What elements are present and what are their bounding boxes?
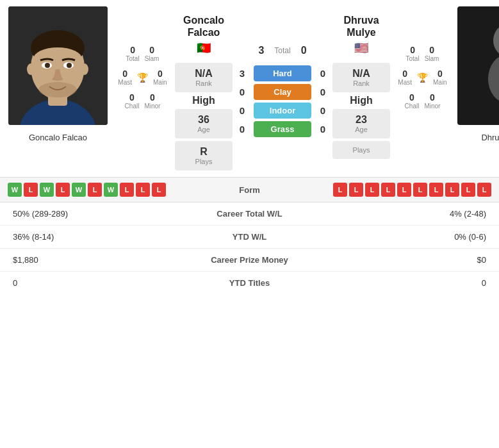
left-form-badge-7: L [120,183,134,197]
left-plays-label: Plays [179,158,229,165]
left-player-svg [8,6,108,125]
career-stats-center-2: Career Prize Money [199,255,301,265]
right-player-silhouette [457,6,499,125]
career-stats-row-0: 50% (289-289)Career Total W/L4% (2-48) [0,203,499,226]
left-chall-stat: 0 Chall [125,92,140,110]
right-player-photo-col: Dhruva Mulye [454,6,499,170]
right-rank-label: Rank [336,79,386,87]
center-col-inner: 3 Total 0 3 Hard 0 0 Clay 0 [236,6,329,137]
right-player-svg [482,24,500,108]
right-slam-label: Slam [425,55,439,62]
svg-point-10 [67,63,72,68]
left-form-badge-3: L [56,183,70,197]
career-stats-left-2: $1,880 [13,255,199,265]
right-mast-label: Mast [398,79,412,86]
left-player-flag: 🇵🇹 [197,41,211,55]
left-main-value: 0 [158,69,163,79]
right-info-col: Dhruva Mulye 🇺🇸 N/A Rank High 23 Age Pla… [329,6,393,170]
main-container: Goncalo Falcao 0 Total 0 Slam 0 Mast 🏆 [0,0,499,294]
right-mast-value: 0 [402,69,407,79]
svg-point-9 [45,63,50,68]
svg-point-14 [493,24,500,56]
career-stats-right-2: $0 [301,255,487,265]
career-stats-row-2: $1,880Career Prize Money$0 [0,249,499,272]
top-section: Goncalo Falcao 0 Total 0 Slam 0 Mast 🏆 [0,0,499,177]
right-form-badge-6: L [429,183,443,197]
left-player-photo-col: Goncalo Falcao [5,6,111,170]
left-mast-label: Mast [118,79,132,86]
total-score-row: 3 Total 0 [258,45,306,56]
left-total-slam-row: 0 Total 0 Slam [113,45,172,62]
form-label: Form [224,185,275,195]
hard-left-score: 3 [236,68,249,79]
total-right-score: 0 [301,45,307,56]
left-total-label: Total [126,55,140,62]
left-rank-value: N/A [179,68,229,79]
left-main-label: Main [153,79,167,86]
right-chall-value: 0 [409,92,414,103]
svg-point-12 [27,63,35,75]
left-mast-value: 0 [122,69,127,79]
right-total-value: 0 [410,45,415,55]
grass-left-score: 0 [236,124,249,135]
left-form-badge-6: W [104,183,118,197]
career-stats-right-0: 4% (2-48) [301,209,487,219]
right-slam-stat: 0 Slam [425,45,439,62]
grass-row: 0 Grass 0 [236,121,329,137]
svg-point-11 [38,82,77,97]
right-plays-box: Plays [332,141,390,159]
left-minor-label: Minor [144,103,160,110]
right-main-label: Main [433,79,447,86]
right-chall-label: Chall [405,103,420,110]
right-total-stat: 0 Total [406,45,420,62]
left-form-badge-2: W [40,183,54,197]
left-total-value: 0 [130,45,135,55]
right-main-value: 0 [438,69,443,79]
left-minor-stat: 0 Minor [144,92,160,110]
career-stats-row-3: 0YTD Titles0 [0,272,499,294]
indoor-row: 0 Indoor 0 [236,103,329,119]
left-main-stat: 0 Main [153,69,167,86]
clay-row: 0 Clay 0 [236,84,329,100]
left-form-badge-9: L [152,183,166,197]
total-label: Total [274,46,290,55]
left-chall-value: 0 [129,92,135,103]
right-mast-stat: 0 Mast [398,69,412,86]
right-peak-value: High [332,95,390,106]
left-form-badge-0: W [8,183,22,197]
indoor-badge: Indoor [254,103,311,119]
left-trophy-icon: 🏆 [137,72,148,83]
left-form-badge-8: L [136,183,150,197]
right-plays-label: Plays [336,146,386,154]
right-form-badge-9: L [477,183,491,197]
hard-badge: Hard [254,65,311,81]
left-chall-minor-row: 0 Chall 0 Minor [113,92,172,110]
career-stats-left-0: 50% (289-289) [13,209,199,219]
left-rank-label: Rank [179,79,229,87]
right-form-badge-4: L [397,183,411,197]
left-slam-label: Slam [145,55,160,62]
left-player-name: Goncalo Falcao [183,14,224,38]
form-section: WLWLWLWLLL Form LLLLLLLLLL [0,177,499,202]
left-peak-value: High [175,95,233,106]
career-stats-left-3: 0 [13,278,199,288]
right-player-flag: 🇺🇸 [354,41,368,55]
career-stats-center-0: Career Total W/L [199,209,301,219]
right-form-badge-2: L [365,183,379,197]
career-stats-row-1: 36% (8-14)YTD W/L0% (0-6) [0,226,499,249]
left-chall-label: Chall [125,103,140,110]
hard-right-score: 0 [316,68,329,79]
left-player-name-label: Goncalo Falcao [29,133,87,142]
right-form-badges: LLLLLLLLLL [275,183,492,197]
right-form-badge-8: L [461,183,475,197]
right-peak-text: High [332,95,390,106]
right-form-badge-3: L [381,183,395,197]
left-total-stat: 0 Total [126,45,140,62]
left-mast-main-row: 0 Mast 🏆 0 Main [113,69,172,86]
hard-row: 3 Hard 0 [236,65,329,81]
left-form-badge-4: W [72,183,86,197]
clay-left-score: 0 [236,87,249,97]
right-stats-col: 0 Total 0 Slam 0 Mast 🏆 0 Main [393,6,454,170]
left-minor-value: 0 [150,92,155,103]
clay-badge: Clay [254,84,311,100]
